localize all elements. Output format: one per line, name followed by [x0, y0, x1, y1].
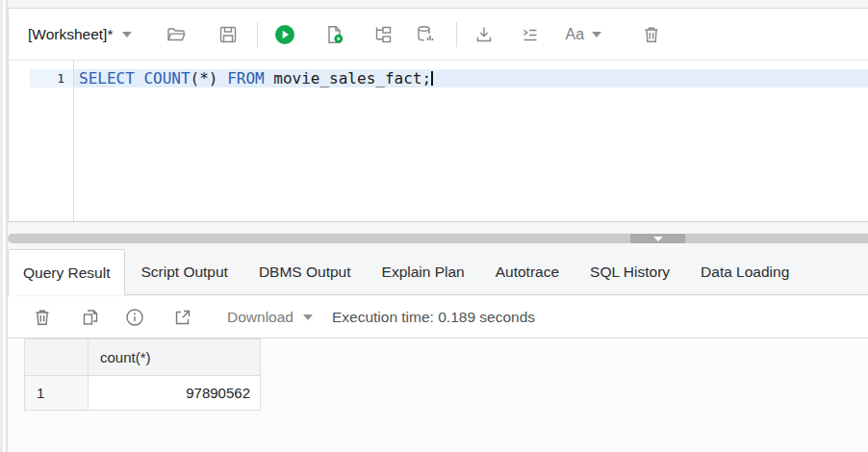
result-table: count(*) 1 97890562	[24, 339, 261, 411]
query-result-grid: count(*) 1 97890562	[8, 339, 868, 452]
sql-punctuation: (*)	[191, 69, 218, 88]
editor-code-area[interactable]: SELECT COUNT(*) FROM movie_sales_fact;	[74, 61, 868, 221]
external-link-icon	[172, 307, 193, 328]
toolbar-separator	[456, 22, 457, 47]
font-size-label: Aa	[565, 26, 584, 43]
worksheet-toolbar: [Worksheet]*	[9, 9, 868, 61]
trash-icon	[641, 24, 662, 45]
open-file-button[interactable]	[165, 23, 188, 46]
sql-keyword: SELECT COUNT	[79, 69, 191, 88]
run-script-button[interactable]	[323, 23, 346, 46]
result-table-row: 1 97890562	[25, 376, 261, 411]
copy-icon	[80, 307, 101, 328]
panel-splitter[interactable]	[8, 234, 868, 243]
splitter-collapse-handle[interactable]	[630, 234, 685, 243]
text-cursor	[431, 71, 433, 86]
explain-plan-icon	[372, 24, 394, 45]
tab-sql-history[interactable]: SQL History	[574, 249, 685, 294]
autotrace-button[interactable]	[414, 23, 437, 46]
download-results-button[interactable]: Download	[227, 309, 313, 326]
font-size-caret-icon	[592, 32, 601, 38]
tab-data-loading[interactable]: Data Loading	[685, 249, 804, 294]
tab-script-output[interactable]: Script Output	[125, 249, 243, 294]
worksheet-name[interactable]: [Worksheet]*	[28, 26, 113, 43]
save-button[interactable]	[217, 23, 240, 46]
copy-results-button[interactable]	[79, 306, 102, 329]
results-tabbar: Query Result Script Output DBMS Output E…	[8, 249, 868, 295]
result-info-button[interactable]	[123, 306, 146, 329]
tab-dbms-output[interactable]: DBMS Output	[243, 249, 367, 294]
download-label: Download	[227, 309, 294, 326]
collapse-down-icon	[653, 237, 663, 241]
query-result-toolbar: Download Execution time: 0.189 seconds	[8, 296, 868, 339]
sql-editor[interactable]: 1 SELECT COUNT(*) FROM movie_sales_fact;	[9, 61, 868, 221]
tab-query-result[interactable]: Query Result	[8, 249, 125, 295]
execution-time-text: Execution time: 0.189 seconds	[332, 309, 535, 326]
worksheet-panel: [Worksheet]*	[8, 8, 868, 222]
open-folder-icon	[166, 24, 187, 45]
toolbar-separator	[257, 22, 258, 47]
discard-results-button[interactable]	[31, 306, 54, 329]
download-worksheet-button[interactable]	[472, 23, 496, 46]
app-left-edge	[0, 0, 8, 452]
sql-keyword: FROM	[218, 69, 274, 88]
autotrace-icon	[415, 24, 436, 45]
explain-plan-button[interactable]	[371, 23, 395, 46]
run-statement-icon	[274, 24, 295, 45]
count-value-cell[interactable]: 97890562	[89, 376, 261, 411]
sql-identifier: movie_sales_fact;	[273, 69, 431, 88]
tab-explain-plan[interactable]: Explain Plan	[367, 249, 480, 294]
result-table-header-row: count(*)	[25, 339, 261, 376]
format-icon	[520, 24, 541, 45]
count-column-header[interactable]: count(*)	[89, 339, 261, 376]
tab-autotrace[interactable]: Autotrace	[480, 249, 574, 294]
format-button[interactable]	[519, 23, 542, 46]
download-icon	[473, 24, 495, 45]
clear-worksheet-button[interactable]	[640, 23, 663, 46]
save-icon	[217, 24, 239, 45]
rownum-column-header	[25, 339, 89, 376]
worksheet-menu-caret-icon[interactable]	[122, 32, 132, 38]
run-script-icon	[324, 24, 345, 45]
open-in-new-tab-button[interactable]	[171, 306, 194, 329]
code-line-1[interactable]: SELECT COUNT(*) FROM movie_sales_fact;	[74, 69, 868, 88]
download-caret-icon	[303, 314, 313, 320]
font-size-button[interactable]: Aa	[565, 26, 601, 43]
info-icon	[124, 307, 145, 328]
editor-gutter: 1	[9, 61, 74, 221]
line-number: 1	[30, 69, 73, 88]
trash-icon	[32, 307, 53, 328]
row-number-cell[interactable]: 1	[25, 376, 89, 411]
run-statement-button[interactable]	[273, 23, 296, 46]
